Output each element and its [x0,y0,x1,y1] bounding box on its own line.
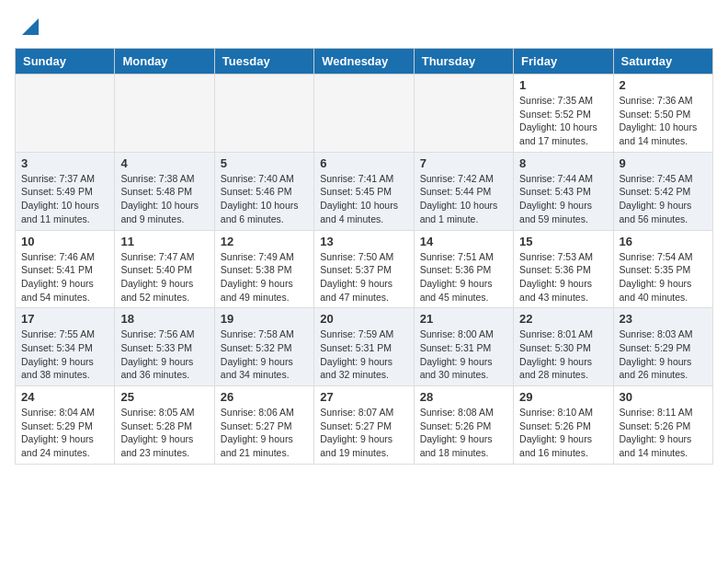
calendar-wrapper: SundayMondayTuesdayWednesdayThursdayFrid… [0,48,728,472]
weekday-header-friday: Friday [514,49,613,75]
day-info: Sunrise: 7:44 AMSunset: 5:43 PMDaylight:… [519,172,607,226]
calendar-cell: 25Sunrise: 8:05 AMSunset: 5:28 PMDayligh… [115,386,214,465]
day-number: 12 [221,235,308,248]
calendar-cell [414,75,513,153]
day-info: Sunrise: 8:06 AMSunset: 5:27 PMDaylight:… [221,406,308,460]
calendar-week-2: 3Sunrise: 7:37 AMSunset: 5:49 PMDaylight… [16,152,713,230]
calendar-cell: 29Sunrise: 8:10 AMSunset: 5:26 PMDayligh… [514,386,613,465]
day-number: 15 [519,235,607,248]
weekday-header-wednesday: Wednesday [314,49,414,75]
day-number: 22 [519,312,607,326]
day-number: 11 [120,235,208,248]
header [0,0,728,48]
day-number: 9 [620,156,707,170]
day-info: Sunrise: 8:00 AMSunset: 5:31 PMDaylight:… [420,327,507,382]
day-info: Sunrise: 7:56 AMSunset: 5:33 PMDaylight:… [120,327,208,382]
day-number: 26 [221,390,308,404]
calendar-cell: 5Sunrise: 7:40 AMSunset: 5:46 PMDaylight… [214,152,313,230]
day-info: Sunrise: 7:42 AMSunset: 5:44 PMDaylight:… [420,172,507,226]
calendar-cell: 28Sunrise: 8:08 AMSunset: 5:26 PMDayligh… [414,386,513,465]
day-info: Sunrise: 7:55 AMSunset: 5:34 PMDaylight:… [21,327,108,382]
calendar-week-3: 10Sunrise: 7:46 AMSunset: 5:41 PMDayligh… [16,230,713,308]
calendar-cell: 10Sunrise: 7:46 AMSunset: 5:41 PMDayligh… [16,230,115,308]
day-info: Sunrise: 8:10 AMSunset: 5:26 PMDaylight:… [519,406,607,460]
calendar-week-5: 24Sunrise: 8:04 AMSunset: 5:29 PMDayligh… [16,386,713,465]
calendar-cell: 21Sunrise: 8:00 AMSunset: 5:31 PMDayligh… [414,308,513,386]
calendar-cell: 12Sunrise: 7:49 AMSunset: 5:38 PMDayligh… [214,230,313,308]
day-number: 28 [420,390,507,404]
day-info: Sunrise: 7:58 AMSunset: 5:32 PMDaylight:… [221,327,308,382]
day-info: Sunrise: 7:40 AMSunset: 5:46 PMDaylight:… [221,172,308,226]
calendar-cell: 27Sunrise: 8:07 AMSunset: 5:27 PMDayligh… [314,386,414,465]
calendar-cell: 8Sunrise: 7:44 AMSunset: 5:43 PMDaylight… [514,152,613,230]
day-number: 8 [519,156,607,170]
day-number: 16 [620,235,707,248]
calendar-cell [16,75,115,153]
day-number: 4 [120,156,208,170]
day-number: 2 [620,78,707,92]
day-info: Sunrise: 7:54 AMSunset: 5:35 PMDaylight:… [620,250,707,304]
calendar-cell: 7Sunrise: 7:42 AMSunset: 5:44 PMDaylight… [414,152,513,230]
calendar-cell: 2Sunrise: 7:36 AMSunset: 5:50 PMDaylight… [613,75,712,153]
calendar-cell: 13Sunrise: 7:50 AMSunset: 5:37 PMDayligh… [314,230,414,308]
day-info: Sunrise: 7:46 AMSunset: 5:41 PMDaylight:… [21,250,108,304]
day-info: Sunrise: 8:08 AMSunset: 5:26 PMDaylight:… [420,406,507,460]
day-info: Sunrise: 8:04 AMSunset: 5:29 PMDaylight:… [21,406,108,460]
day-info: Sunrise: 7:45 AMSunset: 5:42 PMDaylight:… [620,172,707,226]
day-number: 20 [320,312,407,326]
weekday-header-sunday: Sunday [16,49,115,75]
day-info: Sunrise: 7:53 AMSunset: 5:36 PMDaylight:… [519,250,607,304]
calendar-cell: 11Sunrise: 7:47 AMSunset: 5:40 PMDayligh… [115,230,214,308]
day-info: Sunrise: 7:37 AMSunset: 5:49 PMDaylight:… [21,172,108,226]
weekday-header-row: SundayMondayTuesdayWednesdayThursdayFrid… [16,49,713,75]
day-info: Sunrise: 7:59 AMSunset: 5:31 PMDaylight:… [320,327,407,382]
day-number: 13 [320,235,407,248]
weekday-header-monday: Monday [115,49,214,75]
svg-marker-0 [22,18,39,35]
weekday-header-saturday: Saturday [613,49,712,75]
day-info: Sunrise: 7:50 AMSunset: 5:37 PMDaylight:… [320,250,407,304]
day-number: 6 [320,156,407,170]
day-number: 17 [21,312,108,326]
day-info: Sunrise: 8:05 AMSunset: 5:28 PMDaylight:… [120,406,208,460]
logo [18,17,39,39]
day-number: 1 [519,78,607,92]
calendar-cell: 17Sunrise: 7:55 AMSunset: 5:34 PMDayligh… [16,308,115,386]
calendar-week-1: 1Sunrise: 7:35 AMSunset: 5:52 PMDaylight… [16,75,713,153]
calendar-cell: 6Sunrise: 7:41 AMSunset: 5:45 PMDaylight… [314,152,414,230]
day-number: 19 [221,312,308,326]
calendar-cell: 1Sunrise: 7:35 AMSunset: 5:52 PMDaylight… [514,75,613,153]
calendar-cell: 20Sunrise: 7:59 AMSunset: 5:31 PMDayligh… [314,308,414,386]
calendar-cell: 18Sunrise: 7:56 AMSunset: 5:33 PMDayligh… [115,308,214,386]
calendar-table: SundayMondayTuesdayWednesdayThursdayFrid… [15,48,713,465]
day-info: Sunrise: 7:35 AMSunset: 5:52 PMDaylight:… [519,94,607,148]
day-info: Sunrise: 7:36 AMSunset: 5:50 PMDaylight:… [620,94,707,148]
day-info: Sunrise: 8:11 AMSunset: 5:26 PMDaylight:… [620,406,707,460]
day-info: Sunrise: 8:03 AMSunset: 5:29 PMDaylight:… [620,327,707,382]
calendar-body: 1Sunrise: 7:35 AMSunset: 5:52 PMDaylight… [16,75,713,465]
calendar-week-4: 17Sunrise: 7:55 AMSunset: 5:34 PMDayligh… [16,308,713,386]
day-number: 21 [420,312,507,326]
calendar-cell [115,75,214,153]
day-number: 14 [420,235,507,248]
day-number: 23 [620,312,707,326]
calendar-cell: 3Sunrise: 7:37 AMSunset: 5:49 PMDaylight… [16,152,115,230]
day-info: Sunrise: 8:01 AMSunset: 5:30 PMDaylight:… [519,327,607,382]
day-number: 18 [120,312,208,326]
calendar-cell: 26Sunrise: 8:06 AMSunset: 5:27 PMDayligh… [214,386,313,465]
day-info: Sunrise: 7:41 AMSunset: 5:45 PMDaylight:… [320,172,407,226]
calendar-cell: 22Sunrise: 8:01 AMSunset: 5:30 PMDayligh… [514,308,613,386]
day-number: 7 [420,156,507,170]
calendar-cell [314,75,414,153]
calendar-cell: 30Sunrise: 8:11 AMSunset: 5:26 PMDayligh… [613,386,712,465]
calendar-cell: 19Sunrise: 7:58 AMSunset: 5:32 PMDayligh… [214,308,313,386]
calendar-cell: 4Sunrise: 7:38 AMSunset: 5:48 PMDaylight… [115,152,214,230]
day-number: 30 [620,390,707,404]
day-number: 24 [21,390,108,404]
day-number: 3 [21,156,108,170]
day-number: 27 [320,390,407,404]
calendar-cell: 9Sunrise: 7:45 AMSunset: 5:42 PMDaylight… [613,152,712,230]
weekday-header-thursday: Thursday [414,49,513,75]
day-info: Sunrise: 7:47 AMSunset: 5:40 PMDaylight:… [120,250,208,304]
calendar-cell [214,75,313,153]
